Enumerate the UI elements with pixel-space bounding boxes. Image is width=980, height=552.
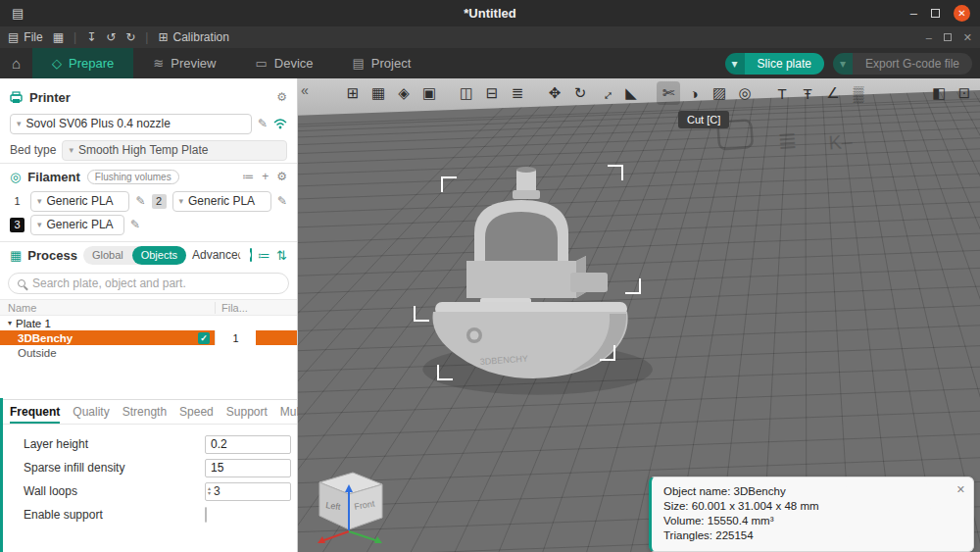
tab-strength[interactable]: Strength [122,405,167,419]
viewport-3d[interactable]: ≣ K– « ⊞▦◈▣◫⊟≣✥↻↔◣✄◑▨◎TŦ∠▒ ◧⊡ Cut [C] 3 [298,78,980,552]
file-menu[interactable]: ▤ File [8,30,43,44]
info-close-icon[interactable]: ✕ [956,482,965,497]
maximize-icon[interactable] [931,9,940,18]
tab-device[interactable]: ▭ Device [235,48,332,78]
object-filament-cell[interactable]: 1 [215,330,256,345]
filament-slot-1-index: 1 [10,194,24,209]
tab-project[interactable]: ▤ Project [333,48,431,78]
object-row-3dbenchy[interactable]: 3DBenchy ✓ 1 [0,330,297,345]
menu-divider: | [74,30,76,44]
outside-row[interactable]: Outside [0,345,297,360]
printable-checkbox[interactable]: ✓ [198,332,210,344]
info-volume: Volume: 15550.4 mm³ [663,514,961,528]
menubar-minimize-icon[interactable]: – [926,31,932,43]
split-to-parts-icon[interactable]: ⊟ [480,81,504,105]
scope-global[interactable]: Global [83,249,132,261]
process-scope-toggle[interactable]: Global Objects [83,246,186,265]
redo-icon[interactable]: ↻ [125,30,135,44]
import-image-icon[interactable]: ▣ [417,81,441,105]
fuzzy-skin-icon[interactable]: ▒ [847,81,870,105]
tree-collapse-icon[interactable]: ▾ [8,319,12,327]
param-tabs: Frequent Quality Strength Speed Support … [0,399,297,425]
stepper-down-icon[interactable]: ▾ [208,491,211,496]
export-options-chevron-icon[interactable]: ▾ [833,53,853,75]
auto-orient-icon[interactable]: ◈ [392,81,416,105]
edit-filament-3-icon[interactable]: ✎ [130,218,140,231]
slice-options-chevron-icon[interactable]: ▾ [725,53,745,75]
move-icon[interactable]: ✥ [543,81,566,105]
filament-1-select[interactable]: ▾ Generic PLA [30,191,129,212]
save-icon[interactable]: ↧ [86,30,96,44]
export-gcode-button[interactable]: ▾ Export G-code file [833,53,972,75]
filament-3-select[interactable]: ▾ Generic PLA [30,215,124,235]
plate-row[interactable]: ▾ Plate 1 [0,316,297,330]
wifi-icon[interactable] [273,118,287,129]
cut-icon[interactable]: ✄ [657,81,680,105]
process-icon: ▦ [10,248,22,263]
filament-list-icon[interactable]: ≔ [242,170,254,183]
filament-slot-3-index: 3 [10,218,24,232]
add-filament-icon[interactable]: + [262,170,269,183]
selection-bracket [437,365,453,380]
flushing-volumes-button[interactable]: Flushing volumes [87,170,179,184]
params-table-icon[interactable]: ≔ [258,248,270,263]
printer-preset-select[interactable]: ▾ Sovol SV06 Plus 0.4 nozzle [10,114,252,134]
tab-speed[interactable]: Speed [179,405,214,419]
minimize-icon[interactable]: – [910,6,917,21]
tab-preview[interactable]: ≋ Preview [133,48,235,78]
split-to-objects-icon[interactable]: ◫ [455,81,478,105]
exploded-view-icon[interactable]: ⊡ [953,81,976,105]
slice-plate-button[interactable]: ▾ Slice plate [725,53,824,75]
enable-support-checkbox[interactable] [205,507,207,523]
orientation-cube[interactable]: Left Front [306,461,394,551]
filament-settings-icon[interactable]: ⚙ [276,170,287,183]
rotate-icon[interactable]: ↻ [568,81,592,105]
bed-type-select[interactable]: ▾ Smooth High Temp Plate [62,140,287,161]
frequent-accent-bar [0,398,3,552]
calibration-menu[interactable]: ⊞ Calibration [158,30,228,44]
collapse-sidebar-icon[interactable]: « [301,82,309,98]
compare-presets-icon[interactable]: ⇅ [276,248,287,263]
wall-loops-stepper[interactable]: ▴ ▾ 3 [205,482,291,501]
advanced-toggle[interactable] [250,248,252,262]
tab-support[interactable]: Support [226,405,268,419]
mesh-boolean-icon[interactable]: ◑ [682,81,706,105]
edit-filament-1-icon[interactable]: ✎ [135,194,145,208]
printer-settings-icon[interactable]: ⚙ [276,90,287,104]
panel-toggle-icon[interactable]: ▦ [53,30,64,44]
text-icon[interactable]: T [770,81,794,105]
window-title: *Untitled [0,6,980,21]
menu-bar: ▤ File ▦ | ↧ ↺ ↻ | ⊞ Calibration – ✕ [0,26,980,48]
variable-layer-height-icon[interactable]: ≣ [506,81,529,105]
seam-painting-icon[interactable]: ◎ [733,81,757,105]
cube-left-label[interactable]: Left [325,500,342,512]
search-input[interactable] [32,276,279,290]
home-icon[interactable]: ⌂ [12,55,21,72]
add-plate-icon[interactable]: ▦ [367,81,390,105]
emboss-icon[interactable]: Ŧ [796,81,819,105]
filament-2-select[interactable]: ▾ Generic PLA [172,191,271,212]
filament-3-value: Generic PLA [47,218,114,231]
tab-frequent[interactable]: Frequent [10,405,60,419]
menubar-close-icon[interactable]: ✕ [963,31,972,44]
menubar-maximize-icon[interactable] [944,33,952,41]
lay-on-face-icon[interactable]: ◣ [619,81,643,105]
edit-printer-icon[interactable]: ✎ [258,117,268,130]
tab-preview-label: Preview [171,56,216,71]
assembly-view-icon[interactable]: ◧ [927,81,951,105]
undo-icon[interactable]: ↺ [106,30,116,44]
scope-objects[interactable]: Objects [132,246,186,265]
close-icon[interactable]: ✕ [954,5,970,22]
advanced-label: Advanced [192,248,244,262]
measure-icon[interactable]: ∠ [821,81,845,105]
search-box[interactable] [8,273,289,294]
sparse-infill-input[interactable] [205,459,291,477]
support-painting-icon[interactable]: ▨ [708,81,731,105]
add-icon[interactable]: ⊞ [341,81,365,105]
outside-label: Outside [18,347,57,359]
layer-height-input[interactable] [205,435,291,454]
tab-quality[interactable]: Quality [73,405,109,419]
edit-filament-2-icon[interactable]: ✎ [277,194,287,208]
tab-prepare[interactable]: ◇ Prepare [32,48,133,78]
main-tab-bar: ⌂ ◇ Prepare ≋ Preview ▭ Device ▤ Project… [0,48,980,78]
